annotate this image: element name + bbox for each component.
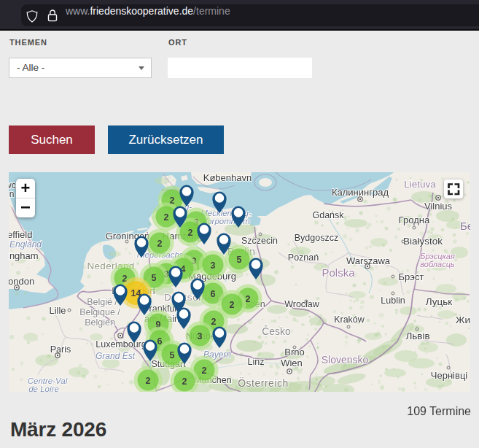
svg-text:Luxembourg: Luxembourg bbox=[96, 339, 147, 349]
svg-text:Szczecin: Szczecin bbox=[241, 236, 278, 246]
svg-text:Гродна: Гродна bbox=[399, 215, 430, 225]
svg-text:Kraków: Kraków bbox=[334, 314, 365, 325]
svg-text:Belgique /: Belgique / bbox=[79, 307, 120, 317]
svg-text:2: 2 bbox=[164, 212, 169, 223]
svg-text:Bydgoszcz: Bydgoszcz bbox=[295, 233, 338, 243]
svg-text:2: 2 bbox=[188, 228, 193, 238]
svg-text:København: København bbox=[203, 172, 252, 183]
svg-text:België /: België / bbox=[87, 297, 117, 307]
svg-text:Vilnius: Vilnius bbox=[424, 201, 453, 212]
svg-text:6: 6 bbox=[157, 336, 163, 347]
svg-text:Belgien: Belgien bbox=[85, 317, 115, 328]
svg-text:Wrocław: Wrocław bbox=[284, 299, 320, 309]
svg-text:2: 2 bbox=[202, 366, 207, 376]
svg-text:Brno: Brno bbox=[284, 347, 304, 358]
svg-text:2: 2 bbox=[230, 300, 235, 310]
svg-text:Чернівці: Чернівці bbox=[431, 370, 468, 381]
svg-text:Österreich: Österreich bbox=[238, 376, 289, 389]
svg-text:Poznań: Poznań bbox=[288, 252, 319, 263]
svg-text:Česko: Česko bbox=[262, 325, 291, 337]
svg-text:3: 3 bbox=[211, 260, 216, 271]
svg-text:ondon: ondon bbox=[9, 276, 34, 287]
svg-text:2: 2 bbox=[157, 239, 163, 249]
svg-text:Wien: Wien bbox=[281, 358, 303, 368]
svg-text:Калининград: Калининград bbox=[332, 187, 389, 198]
svg-text:вобласць: вобласць bbox=[420, 260, 455, 269]
svg-text:Lublin: Lublin bbox=[381, 296, 405, 306]
svg-text:on: on bbox=[9, 189, 14, 199]
svg-text:3: 3 bbox=[198, 331, 203, 341]
svg-text:Polska: Polska bbox=[322, 266, 355, 279]
svg-text:2: 2 bbox=[246, 294, 251, 304]
svg-text:5: 5 bbox=[237, 255, 242, 265]
svg-text:5: 5 bbox=[170, 350, 175, 360]
svg-text:Бе: Бе bbox=[460, 220, 470, 232]
svg-text:Луцьк: Луцьк bbox=[426, 296, 453, 307]
svg-text:Брэст: Брэст bbox=[399, 271, 424, 282]
svg-text:de Loire: de Loire bbox=[28, 385, 59, 392]
svg-text:Львів: Львів bbox=[405, 331, 429, 341]
svg-text:5: 5 bbox=[152, 273, 157, 283]
svg-text:Lille: Lille bbox=[49, 305, 66, 316]
svg-text:Linz: Linz bbox=[248, 357, 265, 367]
svg-text:2: 2 bbox=[146, 376, 151, 386]
svg-text:Slovensko: Slovensko bbox=[322, 354, 369, 366]
svg-text:2: 2 bbox=[182, 376, 187, 387]
svg-text:Grand Est: Grand Est bbox=[96, 351, 136, 361]
svg-text:effield: effield bbox=[9, 229, 32, 240]
svg-text:Białystok: Białystok bbox=[403, 236, 443, 247]
svg-text:ingham: ingham bbox=[9, 250, 39, 261]
svg-text:England: England bbox=[9, 239, 42, 250]
svg-text:6: 6 bbox=[211, 289, 216, 299]
svg-text:Paris: Paris bbox=[50, 344, 71, 355]
svg-text:Warszawa: Warszawa bbox=[346, 255, 391, 266]
svg-text:Gdańsk: Gdańsk bbox=[312, 210, 344, 220]
svg-text:Жит: Жит bbox=[456, 314, 470, 325]
svg-text:Lietuva: Lietuva bbox=[404, 179, 436, 190]
svg-text:2: 2 bbox=[211, 317, 217, 327]
